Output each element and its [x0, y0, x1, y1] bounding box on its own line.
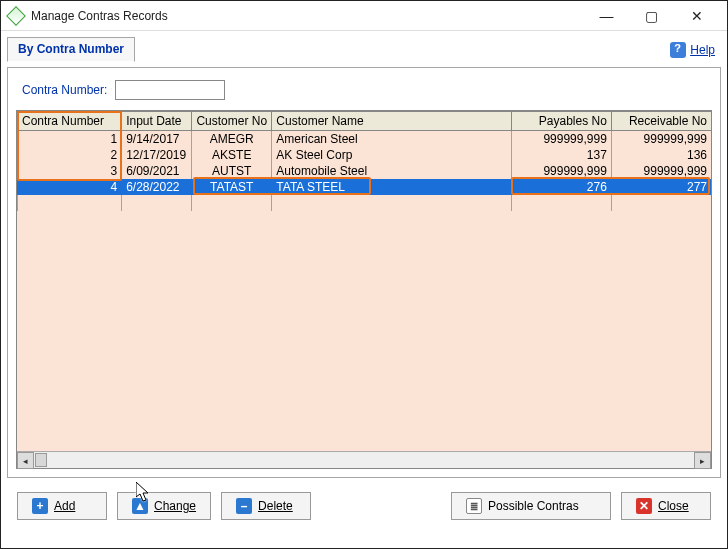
cell-input-date: 6/28/2022: [122, 179, 192, 195]
cell-customer-name: TATA STEEL: [272, 179, 511, 195]
grid: Contra Number Input Date Customer No Cus…: [16, 110, 712, 469]
scroll-thumb[interactable]: [35, 453, 47, 467]
cell-contra-number: 2: [18, 147, 122, 163]
cell-input-date: 6/09/2021: [122, 163, 192, 179]
cell-receivable-no: 999999,999: [611, 131, 711, 148]
col-payables-no[interactable]: Payables No: [511, 112, 611, 131]
scroll-left-button[interactable]: ◂: [17, 452, 34, 469]
cell-payables-no: 276: [511, 179, 611, 195]
close-icon: ✕: [636, 498, 652, 514]
add-label: Add: [54, 499, 75, 513]
cell-input-date: 12/17/2019: [122, 147, 192, 163]
col-contra-number[interactable]: Contra Number: [18, 112, 122, 131]
app-icon: [6, 6, 26, 26]
table-filler: [18, 195, 712, 211]
help-link[interactable]: Help: [664, 42, 721, 58]
cell-contra-number: 4: [18, 179, 122, 195]
table-row[interactable]: 36/09/2021AUTSTAutomobile Steel999999,99…: [18, 163, 712, 179]
possible-contras-button[interactable]: ≣ Possible Contras: [451, 492, 611, 520]
cell-receivable-no: 999999,999: [611, 163, 711, 179]
cell-contra-number: 1: [18, 131, 122, 148]
cell-receivable-no: 136: [611, 147, 711, 163]
col-customer-name[interactable]: Customer Name: [272, 112, 511, 131]
minus-icon: –: [236, 498, 252, 514]
help-icon: [670, 42, 686, 58]
delete-button[interactable]: – Delete: [221, 492, 311, 520]
add-button[interactable]: + Add: [17, 492, 107, 520]
cell-customer-name: American Steel: [272, 131, 511, 148]
cell-payables-no: 137: [511, 147, 611, 163]
maximize-button[interactable]: ▢: [629, 1, 674, 30]
tab-by-contra-number[interactable]: By Contra Number: [7, 37, 135, 62]
table-row[interactable]: 212/17/2019AKSTEAK Steel Corp137136: [18, 147, 712, 163]
cell-receivable-no: 277: [611, 179, 711, 195]
plus-icon: +: [32, 498, 48, 514]
cell-customer-name: AK Steel Corp: [272, 147, 511, 163]
close-button[interactable]: ✕ Close: [621, 492, 711, 520]
titlebar[interactable]: Manage Contras Records — ▢ ✕: [1, 1, 727, 31]
help-label: Help: [690, 43, 715, 57]
cell-customer-no: AUTST: [192, 163, 272, 179]
filter-label: Contra Number:: [22, 83, 107, 97]
cell-payables-no: 999999,999: [511, 131, 611, 148]
contra-number-input[interactable]: [115, 80, 225, 100]
close-window-button[interactable]: ✕: [674, 1, 719, 30]
horizontal-scrollbar[interactable]: ◂ ▸: [17, 451, 711, 468]
col-input-date[interactable]: Input Date: [122, 112, 192, 131]
col-customer-no[interactable]: Customer No: [192, 112, 272, 131]
cell-customer-no: AMEGR: [192, 131, 272, 148]
table-row[interactable]: 46/28/2022TATASTTATA STEEL276277: [18, 179, 712, 195]
minimize-button[interactable]: —: [584, 1, 629, 30]
bottom-toolbar: + Add ▲ Change – Delete ≣ Possible Contr…: [7, 478, 721, 530]
change-label: Change: [154, 499, 196, 513]
cell-contra-number: 3: [18, 163, 122, 179]
col-receivable-no[interactable]: Receivable No: [611, 112, 711, 131]
cell-input-date: 9/14/2017: [122, 131, 192, 148]
change-button[interactable]: ▲ Change: [117, 492, 211, 520]
change-icon: ▲: [132, 498, 148, 514]
main-panel: Contra Number: Contra Number Input Date …: [7, 67, 721, 478]
delete-label: Delete: [258, 499, 293, 513]
window-title: Manage Contras Records: [31, 9, 584, 23]
cell-customer-name: Automobile Steel: [272, 163, 511, 179]
cell-customer-no: AKSTE: [192, 147, 272, 163]
scroll-right-button[interactable]: ▸: [694, 452, 711, 469]
close-label: Close: [658, 499, 689, 513]
table-row[interactable]: 19/14/2017AMEGRAmerican Steel999999,9999…: [18, 131, 712, 148]
list-icon: ≣: [466, 498, 482, 514]
possible-label: Possible Contras: [488, 499, 579, 513]
cell-customer-no: TATAST: [192, 179, 272, 195]
grid-scroll[interactable]: Contra Number Input Date Customer No Cus…: [17, 111, 711, 451]
cell-payables-no: 999999,999: [511, 163, 611, 179]
header-row: Contra Number Input Date Customer No Cus…: [18, 112, 712, 131]
